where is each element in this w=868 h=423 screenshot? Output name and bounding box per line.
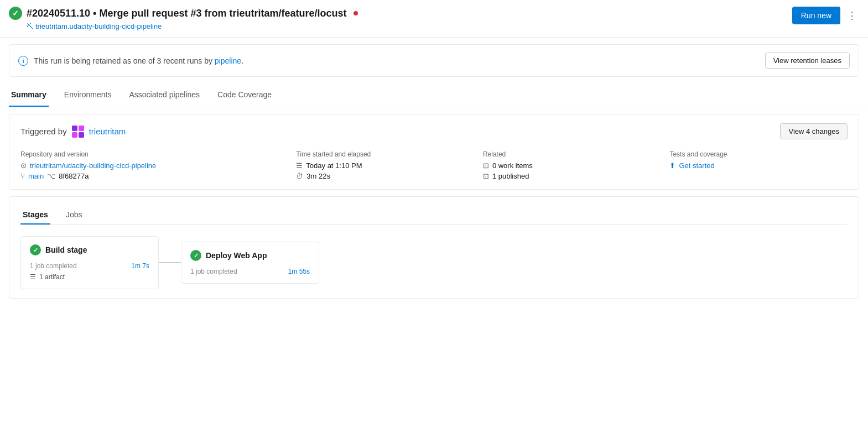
- elapsed-row: ⏱ 3m 22s: [296, 172, 474, 180]
- pipeline-link[interactable]: pipeline: [215, 56, 241, 65]
- summary-info-columns: Repository and version ⊙ trieutritam/uda…: [20, 150, 848, 180]
- deploy-jobs-row: 1 job completed 1m 55s: [190, 268, 310, 275]
- header-left: ✓ #20240511.10 • Merge pull request #3 f…: [9, 7, 358, 30]
- branch-link[interactable]: main: [28, 172, 44, 180]
- triggered-label: Triggered by: [20, 127, 67, 136]
- deploy-stage-check-icon: ✓: [190, 250, 201, 261]
- view-retention-leases-button[interactable]: View retention leases: [765, 53, 850, 69]
- triggered-info: Triggered by trieutritam: [20, 125, 126, 138]
- calendar-icon: ☰: [296, 161, 303, 170]
- triggered-row: Triggered by trieutritam View 4 changes: [20, 123, 848, 139]
- tab-stages[interactable]: Stages: [20, 206, 50, 224]
- build-artifact-label: 1 artifact: [39, 273, 65, 281]
- deploy-stage-body: 1 job completed 1m 55s: [190, 268, 310, 275]
- header-title: ✓ #20240511.10 • Merge pull request #3 f…: [9, 7, 358, 20]
- summary-card: Triggered by trieutritam View 4 changes …: [9, 114, 859, 190]
- published-row: ⊡ 1 published: [483, 172, 661, 180]
- work-items-row: ⊡ 0 work items: [483, 161, 661, 170]
- pipeline-icon: ⛏: [27, 23, 33, 30]
- success-icon: ✓: [9, 7, 22, 20]
- elapsed-time: 3m 22s: [306, 172, 330, 180]
- retention-left: i This run is being retained as one of 3…: [18, 56, 243, 66]
- clock-icon: ⏱: [296, 172, 303, 180]
- get-started-icon: ⬆: [669, 161, 675, 170]
- get-started-link[interactable]: Get started: [679, 161, 714, 170]
- related-label: Related: [483, 150, 661, 158]
- stage-cards-container: ✓ Build stage 1 job completed 1m 7s ☰ 1 …: [20, 236, 848, 289]
- commit-icon: ⌥: [47, 172, 55, 180]
- branch-commit-row: ⑂ main ⌥ 8f68277a: [20, 172, 287, 180]
- start-time-row: ☰ Today at 1:10 PM: [296, 161, 474, 170]
- run-new-button[interactable]: Run new: [792, 7, 840, 24]
- tab-jobs[interactable]: Jobs: [64, 206, 85, 224]
- tests-label: Tests and coverage: [669, 150, 848, 158]
- start-time: Today at 1:10 PM: [306, 161, 362, 170]
- build-stage-title: ✓ Build stage: [30, 244, 149, 255]
- published: 1 published: [492, 172, 529, 180]
- repo-label: Repository and version: [20, 150, 287, 158]
- build-jobs-row: 1 job completed 1m 7s: [30, 262, 149, 270]
- repo-values: ⊙ trieutritam/udacity-building-cicd-pipe…: [20, 161, 287, 180]
- related-values: ⊡ 0 work items ⊡ 1 published: [483, 161, 661, 180]
- red-dot-indicator: [354, 11, 358, 15]
- related-column: Related ⊡ 0 work items ⊡ 1 published: [483, 150, 661, 180]
- build-jobs-label: 1 job completed: [30, 262, 77, 270]
- tests-column: Tests and coverage ⬆ Get started: [669, 150, 848, 180]
- subtitle-text: trieutritam.udacity-building-cicd-pipeli…: [35, 22, 162, 30]
- artifact-icon: ☰: [30, 273, 36, 281]
- deploy-stage-title: ✓ Deploy Web App: [190, 250, 310, 261]
- pipeline-subtitle: ⛏ trieutritam.udacity-building-cicd-pipe…: [9, 22, 358, 30]
- get-started-row: ⬆ Get started: [669, 161, 848, 170]
- info-icon: i: [18, 56, 28, 66]
- pipeline-title: #20240511.10 • Merge pull request #3 fro…: [27, 8, 347, 19]
- tab-summary[interactable]: Summary: [9, 83, 49, 107]
- deploy-jobs-label: 1 job completed: [190, 268, 237, 275]
- page-header: ✓ #20240511.10 • Merge pull request #3 f…: [0, 0, 868, 38]
- work-items: 0 work items: [492, 161, 533, 170]
- more-options-icon[interactable]: ⋮: [845, 7, 859, 24]
- deploy-stage-card: ✓ Deploy Web App 1 job completed 1m 55s: [181, 242, 319, 284]
- repo-link-row: ⊙ trieutritam/udacity-building-cicd-pipe…: [20, 161, 287, 170]
- view-changes-button[interactable]: View 4 changes: [780, 123, 848, 139]
- commit-hash: 8f68277a: [59, 172, 89, 180]
- repo-column: Repository and version ⊙ trieutritam/uda…: [20, 150, 287, 180]
- tab-code-coverage[interactable]: Code Coverage: [215, 83, 274, 107]
- repo-link[interactable]: trieutritam/udacity-building-cicd-pipeli…: [30, 161, 156, 170]
- build-stage-card: ✓ Build stage 1 job completed 1m 7s ☰ 1 …: [20, 236, 159, 289]
- branch-icon: ⑂: [20, 172, 25, 180]
- retention-text: This run is being retained as one of 3 r…: [34, 56, 243, 65]
- build-stage-check-icon: ✓: [30, 244, 41, 255]
- work-items-icon: ⊡: [483, 161, 489, 170]
- user-avatar: [71, 125, 85, 138]
- build-artifact-row: ☰ 1 artifact: [30, 273, 149, 281]
- header-actions: Run new ⋮: [792, 7, 859, 24]
- stage-connector: [159, 262, 181, 263]
- time-values: ☰ Today at 1:10 PM ⏱ 3m 22s: [296, 161, 474, 180]
- tests-values: ⬆ Get started: [669, 161, 848, 170]
- build-stage-name: Build stage: [45, 246, 87, 254]
- time-column: Time started and elapsed ☰ Today at 1:10…: [296, 150, 474, 180]
- main-tabs: Summary Environments Associated pipeline…: [0, 83, 868, 107]
- retention-banner: i This run is being retained as one of 3…: [9, 44, 859, 77]
- github-icon: ⊙: [20, 161, 27, 170]
- deploy-time: 1m 55s: [288, 268, 310, 275]
- triggered-user: trieutritam: [89, 127, 126, 136]
- stages-section: Stages Jobs ✓ Build stage 1 job complete…: [9, 196, 859, 299]
- tab-associated-pipelines[interactable]: Associated pipelines: [127, 83, 202, 107]
- tab-environments[interactable]: Environments: [62, 83, 114, 107]
- time-label: Time started and elapsed: [296, 150, 474, 158]
- build-stage-body: 1 job completed 1m 7s ☰ 1 artifact: [30, 262, 149, 281]
- build-time: 1m 7s: [131, 262, 149, 270]
- stages-tabs: Stages Jobs: [20, 206, 848, 225]
- published-icon: ⊡: [483, 172, 489, 180]
- deploy-stage-name: Deploy Web App: [206, 251, 267, 260]
